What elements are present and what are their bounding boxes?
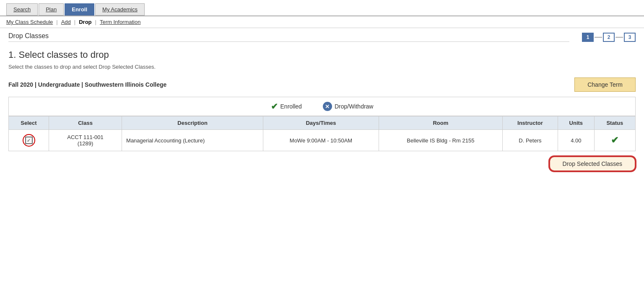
col-class: Class bbox=[49, 116, 122, 130]
step-connector-1 bbox=[595, 37, 602, 38]
table-header-row: Select Class Description Days/Times Room… bbox=[9, 116, 636, 130]
cell-select: ✓ bbox=[9, 130, 49, 151]
status-check-icon: ✔ bbox=[611, 135, 618, 145]
main-content: Drop Classes 1 2 3 1. Select classes to … bbox=[0, 28, 644, 181]
step-connector-2 bbox=[615, 37, 623, 38]
cell-description: Managerial Accounting (Lecture) bbox=[122, 130, 263, 151]
drop-selected-button[interactable]: Drop Selected Classes bbox=[549, 156, 636, 171]
section-description: Select the classes to drop and select Dr… bbox=[8, 64, 636, 70]
enrolled-legend: ✔ Enrolled bbox=[271, 101, 302, 111]
bottom-row: Drop Selected Classes bbox=[8, 151, 636, 176]
col-room: Room bbox=[379, 116, 502, 130]
col-days-times: Days/Times bbox=[263, 116, 379, 130]
cell-units: 4.00 bbox=[558, 130, 595, 151]
step-2: 2 bbox=[603, 33, 615, 42]
col-instructor: Instructor bbox=[502, 116, 558, 130]
change-term-button[interactable]: Change Term bbox=[574, 77, 636, 92]
subnav-term-information[interactable]: Term Information bbox=[100, 19, 141, 25]
tab-my-academics[interactable]: My Academics bbox=[95, 3, 145, 15]
checkbox-check-icon: ✓ bbox=[27, 138, 31, 143]
table-row: ✓ ACCT 111-001(1289) Managerial Accounti… bbox=[9, 130, 636, 151]
page-title: Drop Classes bbox=[8, 32, 569, 42]
tab-enroll[interactable]: Enroll bbox=[65, 3, 94, 15]
drop-x-icon: ✕ bbox=[323, 102, 332, 111]
class-table: Select Class Description Days/Times Room… bbox=[8, 116, 636, 151]
top-navigation: Search Plan Enroll My Academics bbox=[0, 0, 644, 16]
cell-instructor: D. Peters bbox=[502, 130, 558, 151]
cell-days-times: MoWe 9:00AM - 10:50AM bbox=[263, 130, 379, 151]
cell-room: Belleville IS Bldg - Rm 2155 bbox=[379, 130, 502, 151]
enrolled-label: Enrolled bbox=[280, 103, 302, 110]
tab-search[interactable]: Search bbox=[6, 3, 38, 15]
select-checkbox[interactable]: ✓ bbox=[25, 137, 33, 144]
col-units: Units bbox=[558, 116, 595, 130]
class-name: ACCT 111-001(1289) bbox=[67, 134, 103, 147]
col-select: Select bbox=[9, 116, 49, 130]
section-heading: 1. Select classes to drop bbox=[8, 49, 636, 60]
cell-status: ✔ bbox=[594, 130, 635, 151]
select-checkbox-circle[interactable]: ✓ bbox=[23, 134, 35, 147]
cell-class: ACCT 111-001(1289) bbox=[49, 130, 122, 151]
legend-row: ✔ Enrolled ✕ Drop/Withdraw bbox=[8, 97, 636, 116]
subnav-add[interactable]: Add bbox=[61, 19, 71, 25]
term-row: Fall 2020 | Undergraduate | Southwestern… bbox=[8, 77, 636, 92]
step-wizard: 1 2 3 bbox=[582, 33, 636, 42]
step-3: 3 bbox=[624, 33, 636, 42]
sub-navigation: My Class Schedule | Add | Drop | Term In… bbox=[0, 16, 644, 28]
col-description: Description bbox=[122, 116, 263, 130]
class-description: Managerial Accounting (Lecture) bbox=[126, 137, 205, 144]
sep2: | bbox=[74, 19, 75, 25]
subnav-my-class-schedule[interactable]: My Class Schedule bbox=[6, 19, 53, 25]
sep3: | bbox=[95, 19, 96, 25]
enrolled-check-icon: ✔ bbox=[271, 101, 278, 111]
sep1: | bbox=[56, 19, 57, 25]
drop-legend: ✕ Drop/Withdraw bbox=[323, 102, 374, 111]
drop-label: Drop/Withdraw bbox=[335, 103, 374, 110]
step-1: 1 bbox=[582, 33, 594, 42]
tab-plan[interactable]: Plan bbox=[39, 3, 64, 15]
page-title-row: Drop Classes 1 2 3 bbox=[8, 32, 636, 42]
term-label: Fall 2020 | Undergraduate | Southwestern… bbox=[8, 81, 166, 88]
subnav-drop[interactable]: Drop bbox=[79, 19, 91, 25]
col-status: Status bbox=[594, 116, 635, 130]
